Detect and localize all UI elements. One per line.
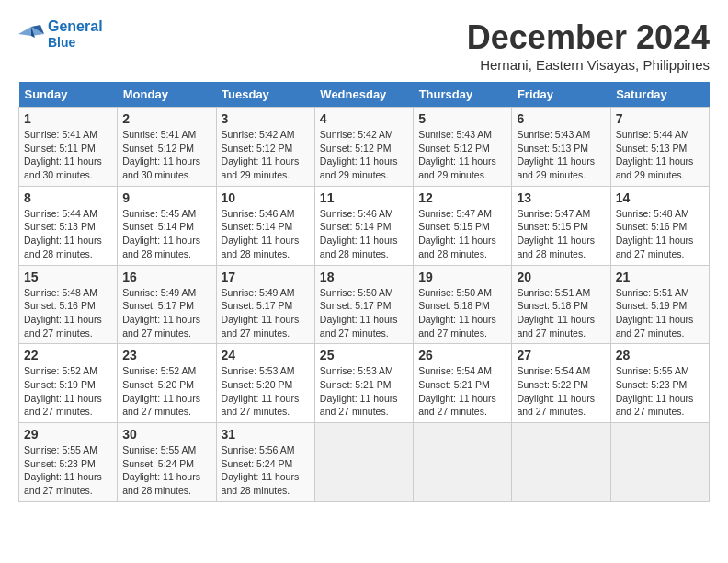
day-info: Sunrise: 5:42 AM Sunset: 5:12 PM Dayligh… xyxy=(320,128,408,182)
calendar-week-4: 22Sunrise: 5:52 AM Sunset: 5:19 PM Dayli… xyxy=(19,344,710,423)
day-number: 14 xyxy=(616,190,704,205)
calendar-cell xyxy=(314,423,413,502)
calendar-cell: 21Sunrise: 5:51 AM Sunset: 5:19 PM Dayli… xyxy=(610,265,709,344)
calendar-cell: 17Sunrise: 5:49 AM Sunset: 5:17 PM Dayli… xyxy=(216,265,314,344)
calendar-cell: 8Sunrise: 5:44 AM Sunset: 5:13 PM Daylig… xyxy=(19,186,118,265)
calendar-cell xyxy=(414,423,512,502)
weekday-header-monday: Monday xyxy=(118,82,216,108)
page-header: General Blue December 2024 Hernani, East… xyxy=(18,18,710,73)
calendar-cell: 1Sunrise: 5:41 AM Sunset: 5:11 PM Daylig… xyxy=(19,108,118,187)
day-number: 10 xyxy=(222,190,310,205)
calendar-cell: 18Sunrise: 5:50 AM Sunset: 5:17 PM Dayli… xyxy=(314,265,413,344)
day-number: 2 xyxy=(122,111,210,126)
logo-icon xyxy=(18,23,44,45)
calendar-week-2: 8Sunrise: 5:44 AM Sunset: 5:13 PM Daylig… xyxy=(19,186,710,265)
day-number: 20 xyxy=(517,270,605,284)
weekday-header-sunday: Sunday xyxy=(19,82,118,108)
location-title: Hernani, Eastern Visayas, Philippines xyxy=(467,57,710,73)
day-info: Sunrise: 5:54 AM Sunset: 5:22 PM Dayligh… xyxy=(517,364,605,419)
day-info: Sunrise: 5:46 AM Sunset: 5:14 PM Dayligh… xyxy=(320,207,408,261)
calendar-body: 1Sunrise: 5:41 AM Sunset: 5:11 PM Daylig… xyxy=(19,108,710,502)
calendar-cell: 23Sunrise: 5:52 AM Sunset: 5:20 PM Dayli… xyxy=(118,344,216,423)
day-info: Sunrise: 5:52 AM Sunset: 5:19 PM Dayligh… xyxy=(24,364,112,419)
calendar-cell: 29Sunrise: 5:55 AM Sunset: 5:23 PM Dayli… xyxy=(19,423,118,502)
day-number: 27 xyxy=(517,348,605,362)
day-info: Sunrise: 5:44 AM Sunset: 5:13 PM Dayligh… xyxy=(616,128,704,182)
weekday-header-friday: Friday xyxy=(512,82,610,108)
day-number: 31 xyxy=(222,427,310,442)
day-info: Sunrise: 5:50 AM Sunset: 5:18 PM Dayligh… xyxy=(418,286,506,340)
day-info: Sunrise: 5:45 AM Sunset: 5:14 PM Dayligh… xyxy=(122,207,210,261)
weekday-header-thursday: Thursday xyxy=(414,82,512,108)
day-number: 12 xyxy=(418,190,506,205)
day-info: Sunrise: 5:56 AM Sunset: 5:24 PM Dayligh… xyxy=(222,443,310,498)
calendar-cell: 28Sunrise: 5:55 AM Sunset: 5:23 PM Dayli… xyxy=(610,344,709,423)
title-block: December 2024 Hernani, Eastern Visayas, … xyxy=(467,18,710,73)
day-info: Sunrise: 5:51 AM Sunset: 5:18 PM Dayligh… xyxy=(517,286,605,340)
calendar-header: SundayMondayTuesdayWednesdayThursdayFrid… xyxy=(19,82,710,108)
day-number: 22 xyxy=(24,348,112,362)
calendar-week-3: 15Sunrise: 5:48 AM Sunset: 5:16 PM Dayli… xyxy=(19,265,710,344)
day-info: Sunrise: 5:51 AM Sunset: 5:19 PM Dayligh… xyxy=(616,286,704,340)
logo: General Blue xyxy=(18,18,103,50)
day-number: 1 xyxy=(24,111,112,126)
day-number: 5 xyxy=(418,111,506,126)
day-number: 25 xyxy=(320,348,408,362)
day-info: Sunrise: 5:43 AM Sunset: 5:12 PM Dayligh… xyxy=(418,128,506,182)
calendar-cell: 7Sunrise: 5:44 AM Sunset: 5:13 PM Daylig… xyxy=(610,108,709,187)
weekday-header-tuesday: Tuesday xyxy=(216,82,314,108)
calendar-cell: 6Sunrise: 5:43 AM Sunset: 5:13 PM Daylig… xyxy=(512,108,610,187)
day-number: 9 xyxy=(122,190,210,205)
calendar-cell: 11Sunrise: 5:46 AM Sunset: 5:14 PM Dayli… xyxy=(314,186,413,265)
day-info: Sunrise: 5:55 AM Sunset: 5:23 PM Dayligh… xyxy=(616,364,704,419)
day-info: Sunrise: 5:55 AM Sunset: 5:24 PM Dayligh… xyxy=(122,443,210,498)
calendar-cell: 26Sunrise: 5:54 AM Sunset: 5:21 PM Dayli… xyxy=(414,344,512,423)
calendar-cell: 14Sunrise: 5:48 AM Sunset: 5:16 PM Dayli… xyxy=(610,186,709,265)
day-info: Sunrise: 5:52 AM Sunset: 5:20 PM Dayligh… xyxy=(122,364,210,419)
day-number: 8 xyxy=(24,190,112,205)
day-number: 30 xyxy=(122,427,210,442)
calendar-cell xyxy=(512,423,610,502)
day-info: Sunrise: 5:53 AM Sunset: 5:21 PM Dayligh… xyxy=(320,364,408,419)
day-number: 7 xyxy=(616,111,704,126)
calendar-cell: 25Sunrise: 5:53 AM Sunset: 5:21 PM Dayli… xyxy=(314,344,413,423)
day-number: 28 xyxy=(616,348,704,362)
day-number: 17 xyxy=(222,270,310,284)
day-info: Sunrise: 5:49 AM Sunset: 5:17 PM Dayligh… xyxy=(122,286,210,340)
day-info: Sunrise: 5:47 AM Sunset: 5:15 PM Dayligh… xyxy=(517,207,605,261)
day-info: Sunrise: 5:53 AM Sunset: 5:20 PM Dayligh… xyxy=(222,364,310,419)
day-info: Sunrise: 5:43 AM Sunset: 5:13 PM Dayligh… xyxy=(517,128,605,182)
day-number: 21 xyxy=(616,270,704,284)
day-info: Sunrise: 5:41 AM Sunset: 5:11 PM Dayligh… xyxy=(24,128,112,182)
weekday-header-wednesday: Wednesday xyxy=(314,82,413,108)
calendar-cell: 22Sunrise: 5:52 AM Sunset: 5:19 PM Dayli… xyxy=(19,344,118,423)
logo-text: General Blue xyxy=(48,18,103,50)
day-info: Sunrise: 5:50 AM Sunset: 5:17 PM Dayligh… xyxy=(320,286,408,340)
calendar-cell: 15Sunrise: 5:48 AM Sunset: 5:16 PM Dayli… xyxy=(19,265,118,344)
day-number: 11 xyxy=(320,190,408,205)
calendar-cell: 27Sunrise: 5:54 AM Sunset: 5:22 PM Dayli… xyxy=(512,344,610,423)
calendar-cell: 20Sunrise: 5:51 AM Sunset: 5:18 PM Dayli… xyxy=(512,265,610,344)
calendar-cell: 19Sunrise: 5:50 AM Sunset: 5:18 PM Dayli… xyxy=(414,265,512,344)
calendar-cell: 2Sunrise: 5:41 AM Sunset: 5:12 PM Daylig… xyxy=(118,108,216,187)
day-info: Sunrise: 5:46 AM Sunset: 5:14 PM Dayligh… xyxy=(222,207,310,261)
calendar-cell xyxy=(610,423,709,502)
day-info: Sunrise: 5:48 AM Sunset: 5:16 PM Dayligh… xyxy=(24,286,112,340)
calendar-cell: 30Sunrise: 5:55 AM Sunset: 5:24 PM Dayli… xyxy=(118,423,216,502)
month-title: December 2024 xyxy=(467,18,710,57)
day-info: Sunrise: 5:55 AM Sunset: 5:23 PM Dayligh… xyxy=(24,443,112,498)
calendar-week-5: 29Sunrise: 5:55 AM Sunset: 5:23 PM Dayli… xyxy=(19,423,710,502)
day-number: 18 xyxy=(320,270,408,284)
calendar-cell: 9Sunrise: 5:45 AM Sunset: 5:14 PM Daylig… xyxy=(118,186,216,265)
calendar-week-1: 1Sunrise: 5:41 AM Sunset: 5:11 PM Daylig… xyxy=(19,108,710,187)
day-info: Sunrise: 5:47 AM Sunset: 5:15 PM Dayligh… xyxy=(418,207,506,261)
day-number: 3 xyxy=(222,111,310,126)
day-number: 19 xyxy=(418,270,506,284)
day-info: Sunrise: 5:49 AM Sunset: 5:17 PM Dayligh… xyxy=(222,286,310,340)
day-info: Sunrise: 5:54 AM Sunset: 5:21 PM Dayligh… xyxy=(418,364,506,419)
day-number: 23 xyxy=(122,348,210,362)
weekday-header-saturday: Saturday xyxy=(610,82,709,108)
day-info: Sunrise: 5:44 AM Sunset: 5:13 PM Dayligh… xyxy=(24,207,112,261)
weekday-header-row: SundayMondayTuesdayWednesdayThursdayFrid… xyxy=(19,82,710,108)
calendar-cell: 16Sunrise: 5:49 AM Sunset: 5:17 PM Dayli… xyxy=(118,265,216,344)
